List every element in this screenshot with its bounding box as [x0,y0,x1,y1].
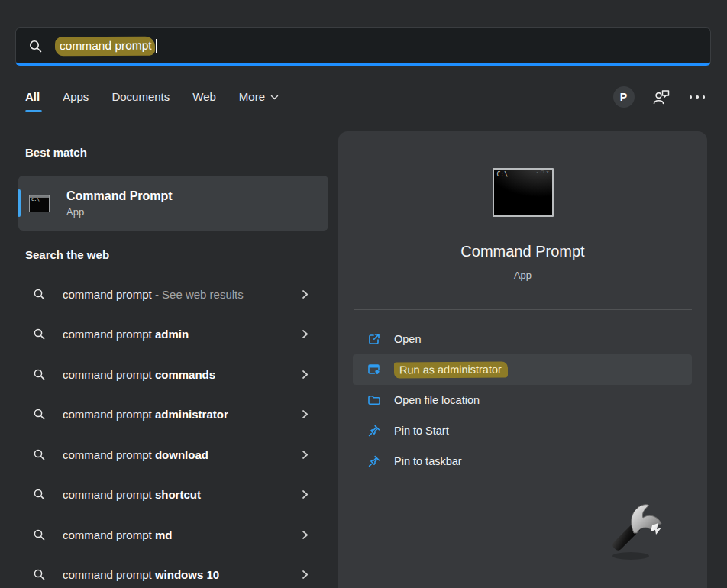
text-caret [156,39,157,53]
best-match-title: Command Prompt [66,189,173,203]
search-input[interactable]: command prompt [15,27,711,66]
web-suggestion-row[interactable]: command prompt shortcut [0,475,336,515]
search-web-header: Search the web [25,248,109,261]
divider [354,309,692,310]
windows-search-flyout: command prompt AllAppsDocumentsWebMore P… [0,0,727,588]
app-subtitle: App [338,270,707,281]
web-suggestions-list: command prompt - See web resultscommand … [0,274,336,588]
search-icon [28,39,43,53]
action-label: Open [394,333,421,345]
search-icon [33,368,46,381]
tab-label: All [25,90,40,103]
web-suggestion-row[interactable]: command prompt - See web results [0,274,336,315]
action-label: Run as administrator [394,362,508,378]
action-open[interactable]: Open [353,324,692,354]
search-icon [33,328,46,341]
user-avatar[interactable]: P [613,86,635,108]
search-icon [33,288,46,301]
folder-icon [367,393,381,407]
tab-documents[interactable]: Documents [111,90,170,112]
search-icon [33,528,46,541]
chevron-right-icon[interactable] [300,570,310,580]
action-pin-to-start[interactable]: Pin to Start [353,415,692,446]
tab-label: Apps [63,90,89,103]
web-suggestion-text: command prompt windows 10 [63,568,219,581]
annotation-highlight: Run as administrator [394,361,508,378]
hammer-cursor-image [603,495,680,571]
action-pin-to-taskbar[interactable]: Pin to taskbar [353,446,692,477]
tab-label: Web [192,90,216,103]
action-label: Pin to Start [394,425,449,437]
action-label: Open file location [394,394,480,406]
web-suggestion-text: command prompt - See web results [63,288,244,301]
feedback-icon[interactable] [651,87,671,107]
tab-web[interactable]: Web [192,90,216,112]
web-suggestion-text: command prompt commands [63,368,215,381]
web-suggestion-text: command prompt administrator [63,408,228,421]
action-open-file-location[interactable]: Open file location [353,385,692,415]
tab-all[interactable]: All [25,90,40,112]
tab-label: More [239,90,265,103]
search-filter-tabs: AllAppsDocumentsWebMore [25,90,279,112]
more-options-icon[interactable] [688,92,707,102]
web-suggestion-row[interactable]: command prompt download [0,435,336,475]
tab-more[interactable]: More [239,90,279,112]
search-query-highlighted: command prompt [55,36,155,56]
best-match-result[interactable]: Command Prompt App [18,176,328,231]
search-icon [33,448,46,461]
chevron-right-icon[interactable] [300,409,310,419]
action-run-as-administrator[interactable]: Run as administrator [353,354,692,385]
tab-apps[interactable]: Apps [63,90,89,112]
app-title: Command Prompt [338,243,707,260]
search-query-text: command prompt [60,38,152,52]
command-prompt-icon-large [493,168,554,217]
chevron-right-icon[interactable] [300,489,310,499]
preview-panel: Command Prompt App OpenRun as administra… [338,131,707,588]
pin-icon [367,454,381,468]
web-suggestion-row[interactable]: command prompt administrator [0,395,336,435]
web-suggestion-text: command prompt admin [63,328,189,341]
chevron-right-icon[interactable] [300,530,310,540]
best-match-subtitle: App [66,206,173,218]
command-prompt-icon [29,195,50,212]
chevron-right-icon[interactable] [300,450,310,460]
search-icon [33,408,46,421]
web-suggestion-row[interactable]: command prompt commands [0,354,336,395]
window-shield-icon [367,363,381,376]
chevron-right-icon[interactable] [300,370,310,380]
web-suggestion-row[interactable]: command prompt windows 10 [0,555,336,588]
app-actions-list: OpenRun as administratorOpen file locati… [338,324,707,477]
tab-label: Documents [111,90,170,103]
selection-indicator [18,189,21,217]
web-suggestion-row[interactable]: command prompt md [0,515,336,555]
web-suggestion-text: command prompt shortcut [63,488,201,501]
best-match-header: Best match [25,146,87,159]
chevron-right-icon[interactable] [300,289,310,299]
chevron-down-icon [270,93,279,102]
search-icon [33,488,46,501]
action-label: Pin to taskbar [394,455,462,467]
chevron-right-icon[interactable] [300,329,310,339]
web-suggestion-text: command prompt md [63,528,172,541]
web-suggestion-text: command prompt download [63,448,208,461]
search-icon [33,568,46,581]
web-suggestion-row[interactable]: command prompt admin [0,315,336,355]
open-external-icon [367,332,381,346]
header-icons: P [613,86,707,108]
pin-icon [367,424,381,438]
